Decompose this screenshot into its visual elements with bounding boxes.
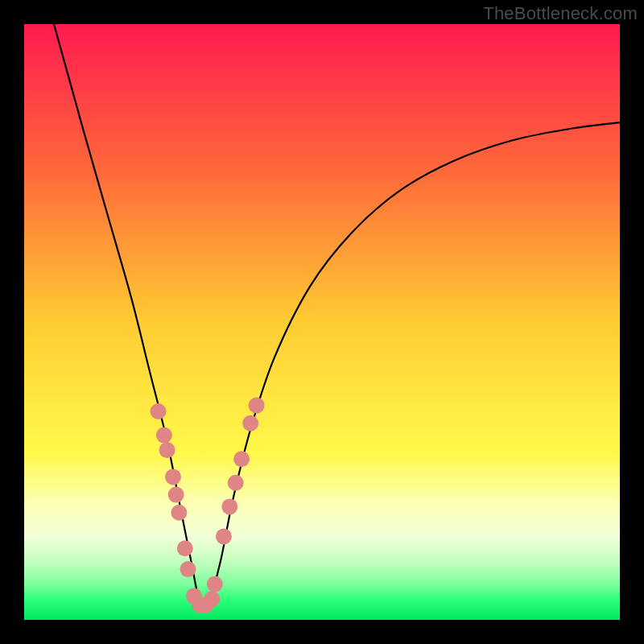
- data-point: [242, 415, 258, 431]
- data-point: [159, 442, 175, 458]
- data-point: [204, 591, 220, 607]
- data-point: [233, 451, 250, 467]
- plot-area: [24, 24, 620, 620]
- data-point: [156, 427, 172, 444]
- chart-frame: TheBottleneck.com: [0, 0, 644, 644]
- data-point: [180, 561, 196, 577]
- gradient-background: [24, 24, 620, 620]
- data-point: [168, 487, 184, 503]
- data-point: [228, 475, 244, 491]
- data-point: [249, 398, 265, 414]
- data-point: [221, 498, 237, 514]
- data-point: [216, 528, 232, 544]
- data-point: [177, 540, 193, 556]
- data-point: [207, 576, 223, 592]
- chart-svg: [24, 24, 620, 620]
- data-point: [165, 469, 181, 485]
- data-point: [171, 505, 187, 521]
- watermark-text: TheBottleneck.com: [483, 3, 638, 24]
- data-point: [151, 403, 167, 419]
